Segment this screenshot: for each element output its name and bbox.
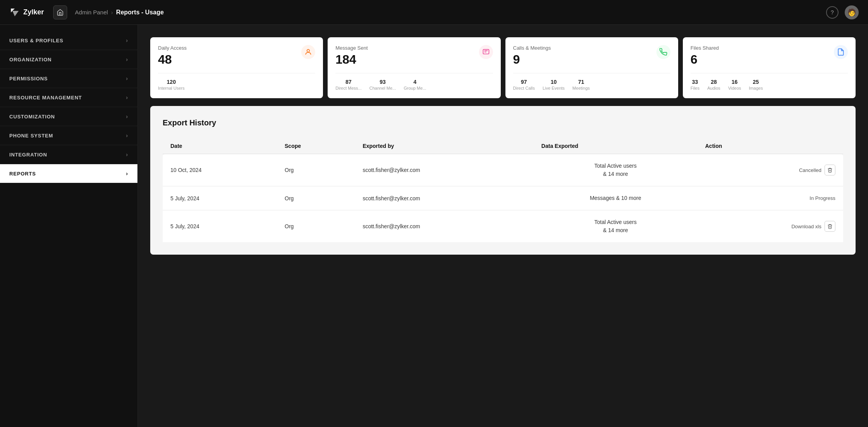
stat-sub-value: 33	[691, 79, 700, 85]
cell-action: Download xls	[698, 210, 844, 243]
cell-scope: Org	[277, 186, 355, 210]
sidebar-item-label: INTEGRATION	[9, 152, 47, 158]
table-row: 5 July, 2024Orgscott.fisher@zylker.comTo…	[163, 210, 843, 243]
sidebar-item-customization[interactable]: CUSTOMIZATION ›	[0, 107, 137, 126]
stat-sub-value: 10	[543, 79, 565, 85]
table-row: 10 Oct, 2024Orgscott.fisher@zylker.comTo…	[163, 154, 843, 186]
stat-sub: 97 Direct Calls	[513, 79, 535, 90]
stat-info: Calls & Meetings 9	[513, 45, 551, 67]
action-label: In Progress	[810, 195, 835, 201]
delete-button[interactable]	[825, 221, 835, 232]
stat-sub: 33 Files	[691, 79, 700, 90]
logo: Zylker	[9, 7, 44, 18]
sidebar-item-organization[interactable]: ORGANIZATION ›	[0, 50, 137, 69]
stat-sub-label: Files	[691, 86, 700, 90]
stat-sub-label: Images	[749, 86, 763, 90]
col-header-action: Action	[698, 138, 844, 154]
sidebar-item-resource-management[interactable]: RESOURCE MANAGEMENT ›	[0, 88, 137, 107]
breadcrumb: Admin Panel › Reports - Usage	[75, 9, 164, 16]
stat-icon	[479, 45, 493, 59]
stat-sub-value: 120	[158, 79, 184, 85]
sidebar-item-label: CUSTOMIZATION	[9, 114, 55, 120]
stat-info: Message Sent 184	[335, 45, 368, 67]
stat-value: 6	[691, 52, 719, 67]
stat-sub-label: Direct Mess...	[335, 86, 361, 90]
sidebar: USERS & PROFILES › ORGANIZATION › PERMIS…	[0, 25, 138, 427]
stat-sub-label: Internal Users	[158, 86, 184, 90]
stat-sub: 16 Videos	[728, 79, 741, 90]
stat-card-header: Message Sent 184	[335, 45, 493, 67]
stat-sub-label: Direct Calls	[513, 86, 535, 90]
stat-card-calls-&-meetings: Calls & Meetings 9 97 Direct Calls 10 Li…	[505, 37, 678, 98]
cell-action: Cancelled	[698, 154, 844, 186]
stat-sub-value: 71	[573, 79, 590, 85]
stat-icon	[834, 45, 848, 59]
chevron-right-icon: ›	[126, 132, 128, 139]
chevron-right-icon: ›	[126, 94, 128, 101]
action-label: Download xls	[792, 224, 821, 229]
stat-sub: 25 Images	[749, 79, 763, 90]
stat-icon	[656, 45, 670, 59]
stat-sub: 4 Group Me...	[404, 79, 426, 90]
stat-card-daily-access: Daily Access 48 120 Internal Users	[150, 37, 323, 98]
stat-sub-label: Group Me...	[404, 86, 426, 90]
breadcrumb-current: Reports - Usage	[116, 9, 164, 16]
home-button[interactable]	[53, 5, 67, 19]
cell-data-exported: Total Active users& 14 more	[534, 154, 698, 186]
sidebar-item-phone-system[interactable]: PHONE SYSTEM ›	[0, 126, 137, 145]
stat-sub-label: Audios	[707, 86, 720, 90]
stat-footer: 97 Direct Calls 10 Live Events 71 Meetin…	[513, 73, 670, 90]
chevron-right-icon: ›	[126, 113, 128, 120]
sidebar-item-label: RESOURCE MANAGEMENT	[9, 95, 82, 101]
logo-text: Zylker	[23, 8, 44, 16]
avatar[interactable]: 🧑	[845, 5, 859, 19]
breadcrumb-parent: Admin Panel	[75, 9, 108, 16]
cell-exported-by: scott.fisher@zylker.com	[355, 154, 533, 186]
help-button[interactable]: ?	[826, 6, 838, 19]
stat-label: Files Shared	[691, 45, 719, 51]
chevron-right-icon: ›	[126, 151, 128, 158]
cell-exported-by: scott.fisher@zylker.com	[355, 210, 533, 243]
sidebar-item-permissions[interactable]: PERMISSIONS ›	[0, 69, 137, 88]
stat-sub-value: 97	[513, 79, 535, 85]
stat-card-header: Calls & Meetings 9	[513, 45, 670, 67]
action-label: Cancelled	[799, 167, 821, 173]
col-header-scope: Scope	[277, 138, 355, 154]
topbar-right: ? 🧑	[826, 5, 859, 19]
stat-label: Message Sent	[335, 45, 368, 51]
table-row: 5 July, 2024Orgscott.fisher@zylker.comMe…	[163, 186, 843, 210]
sidebar-item-integration[interactable]: INTEGRATION ›	[0, 145, 137, 164]
stat-sub-value: 25	[749, 79, 763, 85]
stat-card-header: Daily Access 48	[158, 45, 315, 67]
stat-sub-value: 87	[335, 79, 361, 85]
export-section: Export History DateScopeExported byData …	[150, 106, 856, 255]
chevron-right-icon: ›	[126, 170, 128, 177]
stat-value: 184	[335, 52, 368, 67]
topbar-left: Zylker Admin Panel › Reports - Usage	[9, 5, 164, 19]
sidebar-item-label: ORGANIZATION	[9, 57, 52, 62]
chevron-right-icon: ›	[126, 37, 128, 43]
table-header-row: DateScopeExported byData ExportedAction	[163, 138, 843, 154]
stat-sub-value: 4	[404, 79, 426, 85]
cell-date: 10 Oct, 2024	[163, 154, 277, 186]
stat-sub: 71 Meetings	[573, 79, 590, 90]
sidebar-item-users-&-profiles[interactable]: USERS & PROFILES ›	[0, 31, 137, 50]
stat-label: Calls & Meetings	[513, 45, 551, 51]
chevron-right-icon: ›	[126, 75, 128, 82]
stat-sub: 87 Direct Mess...	[335, 79, 361, 90]
stats-row: Daily Access 48 120 Internal Users Messa…	[150, 37, 856, 98]
stat-sub: 28 Audios	[707, 79, 720, 90]
action-cell: Download xls	[705, 221, 836, 232]
export-history-title: Export History	[163, 118, 843, 127]
sidebar-item-reports[interactable]: REPORTS ›	[0, 164, 137, 183]
cell-data-exported: Total Active users& 14 more	[534, 210, 698, 243]
chevron-right-icon: ›	[126, 56, 128, 62]
delete-button[interactable]	[825, 165, 835, 175]
stat-card-header: Files Shared 6	[691, 45, 848, 67]
main-layout: USERS & PROFILES › ORGANIZATION › PERMIS…	[0, 25, 868, 427]
stat-sub-value: 16	[728, 79, 741, 85]
main-content: Daily Access 48 120 Internal Users Messa…	[138, 25, 868, 427]
stat-sub-label: Channel Me...	[369, 86, 396, 90]
cell-date: 5 July, 2024	[163, 186, 277, 210]
cell-exported-by: scott.fisher@zylker.com	[355, 186, 533, 210]
